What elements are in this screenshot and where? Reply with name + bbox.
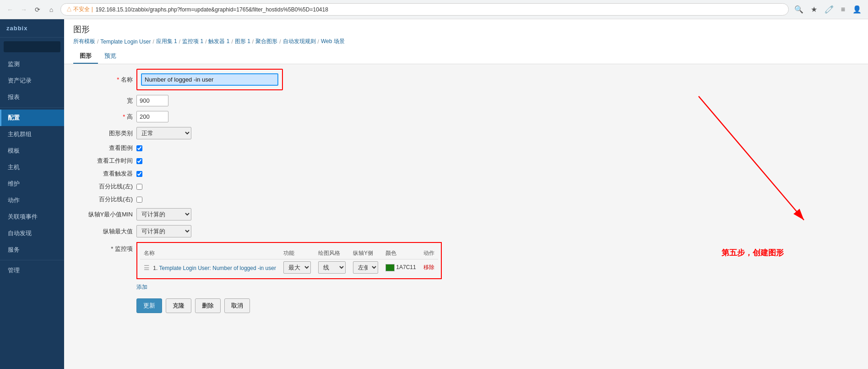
item-name-link[interactable]: Template Login User: Number of logged -i… xyxy=(159,265,276,271)
percent-right-checkbox[interactable] xyxy=(136,197,142,203)
percent-left-label: 百分比线(左) xyxy=(73,182,133,191)
back-button[interactable]: ← xyxy=(5,4,16,15)
ymin-row: 纵轴Y最小值MIN 可计算的 xyxy=(73,208,859,220)
sidebar-item-hosts[interactable]: 主机 xyxy=(0,159,64,176)
tab-graph[interactable]: 图形 xyxy=(73,49,98,64)
graph-type-select[interactable]: 正常 xyxy=(136,127,191,139)
name-row: 名称 xyxy=(73,69,859,90)
breadcrumb-all-templates[interactable]: 所有模板 xyxy=(73,38,95,45)
ymax-label: 纵轴最大值 xyxy=(73,227,133,236)
sidebar-item-templates[interactable]: 模板 xyxy=(0,143,64,159)
url-text: 192.168.15.10/zabbix/graphs.php?form=upd… xyxy=(96,6,328,13)
app-layout: zabbix 监测 资产记录 报表 配置 主机群组 模板 主机 维护 动作 xyxy=(0,19,868,369)
row-function: 最大 xyxy=(280,259,315,276)
security-warning: △ 不安全 | xyxy=(66,6,93,13)
breadcrumb-web[interactable]: Web 场景 xyxy=(321,38,345,45)
tab-preview[interactable]: 预览 xyxy=(98,49,123,64)
sidebar-item-services[interactable]: 服务 xyxy=(0,242,64,258)
sidebar-item-hostgroups[interactable]: 主机群组 xyxy=(0,126,64,143)
profile-icon[interactable]: 👤 xyxy=(851,3,863,16)
home-button[interactable]: ⌂ xyxy=(46,4,57,15)
tabs: 图形 预览 xyxy=(73,49,859,64)
row-draw-style: 线 xyxy=(315,259,349,276)
col-header-name: 名称 xyxy=(140,248,280,259)
table-row: ☰ 1. Template Login User: Number of logg… xyxy=(140,259,438,276)
col-header-color: 颜色 xyxy=(382,248,420,259)
sidebar-item-monitor[interactable]: 监测 xyxy=(0,56,64,72)
show-worktime-row: 查看工作时间 xyxy=(73,157,859,165)
add-link[interactable]: 添加 xyxy=(136,283,442,291)
breadcrumb-monitors[interactable]: 监控项 1 xyxy=(182,38,203,45)
show-triggers-label: 查看触发器 xyxy=(73,170,133,178)
sidebar-separator-2 xyxy=(0,260,64,260)
page-title: 图形 xyxy=(73,24,859,35)
breadcrumb-sep5: / xyxy=(231,39,233,45)
sidebar-item-reports[interactable]: 报表 xyxy=(0,89,64,105)
color-swatch[interactable] xyxy=(385,264,395,271)
update-button[interactable]: 更新 xyxy=(136,298,162,313)
row-color: 1A7C11 xyxy=(382,259,420,276)
breadcrumb-combined[interactable]: 聚合图形 xyxy=(255,38,277,45)
col-header-action: 动作 xyxy=(420,248,438,259)
ymax-row: 纵轴最大值 可计算的 xyxy=(73,225,859,237)
draw-style-select[interactable]: 线 xyxy=(318,261,346,274)
button-row: 更新 克隆 删除 取消 xyxy=(136,298,859,313)
show-legend-checkbox[interactable] xyxy=(136,145,142,151)
sidebar-separator-1 xyxy=(0,107,64,108)
sidebar-item-config[interactable]: 配置 xyxy=(0,110,64,126)
breadcrumb-triggers[interactable]: 触发器 1 xyxy=(208,38,229,45)
form-wrapper: 名称 宽 高 图形类别 xyxy=(64,64,868,318)
sidebar-brand: zabbix xyxy=(0,19,64,38)
sidebar-item-actions[interactable]: 动作 xyxy=(0,192,64,209)
monitoring-highlight-box: 名称 功能 绘图风格 纵轴Y侧 颜色 动作 xyxy=(136,242,442,279)
breadcrumb-sep4: / xyxy=(205,39,206,45)
ymin-select[interactable]: 可计算的 xyxy=(136,208,191,220)
sidebar-item-assets[interactable]: 资产记录 xyxy=(0,72,64,89)
height-input[interactable] xyxy=(136,111,168,122)
y-axis-select[interactable]: 左侧 xyxy=(353,261,378,274)
percent-left-checkbox[interactable] xyxy=(136,184,142,190)
reload-button[interactable]: ⟳ xyxy=(32,4,43,15)
page-header: 图形 所有模板 / Template Login User / 应用集 1 / … xyxy=(64,19,868,64)
bookmark-icon[interactable]: ★ xyxy=(809,3,819,16)
col-header-y-axis: 纵轴Y侧 xyxy=(349,248,382,259)
color-value: 1A7C11 xyxy=(396,264,416,270)
sidebar-item-maintenance[interactable]: 维护 xyxy=(0,176,64,192)
remove-link[interactable]: 移除 xyxy=(423,264,434,270)
cancel-button[interactable]: 取消 xyxy=(224,298,250,313)
height-row: 高 xyxy=(73,111,859,122)
extensions-icon[interactable]: 🧷 xyxy=(823,3,835,16)
sidebar-search[interactable] xyxy=(4,41,60,52)
show-triggers-checkbox[interactable] xyxy=(136,171,142,177)
name-label: 名称 xyxy=(73,76,133,84)
sidebar-item-admin[interactable]: 管理 xyxy=(0,262,64,279)
show-worktime-checkbox[interactable] xyxy=(136,158,142,164)
main-content: 图形 所有模板 / Template Login User / 应用集 1 / … xyxy=(64,19,868,369)
graph-type-row: 图形类别 正常 xyxy=(73,127,859,139)
delete-button[interactable]: 删除 xyxy=(195,298,221,313)
menu-icon[interactable]: ≡ xyxy=(839,4,847,16)
drag-handle-icon[interactable]: ☰ xyxy=(144,264,150,271)
function-select[interactable]: 最大 xyxy=(283,261,311,274)
sidebar: zabbix 监测 资产记录 报表 配置 主机群组 模板 主机 维护 动作 xyxy=(0,19,64,369)
width-input[interactable] xyxy=(136,95,168,106)
address-bar[interactable]: △ 不安全 | 192.168.15.10/zabbix/graphs.php?… xyxy=(60,3,789,16)
percent-left-row: 百分比线(左) xyxy=(73,182,859,191)
name-input[interactable] xyxy=(141,73,278,86)
sidebar-item-discovery[interactable]: 自动发现 xyxy=(0,225,64,242)
height-label: 高 xyxy=(73,113,133,121)
forward-button[interactable]: → xyxy=(18,4,29,15)
breadcrumb-graphs[interactable]: 图形 1 xyxy=(235,38,250,45)
search-icon[interactable]: 🔍 xyxy=(792,3,805,16)
width-label: 宽 xyxy=(73,97,133,105)
ymax-select[interactable]: 可计算的 xyxy=(136,225,191,237)
breadcrumb-app-sets[interactable]: 应用集 1 xyxy=(156,38,177,45)
breadcrumb-auto-discovery[interactable]: 自动发现规则 xyxy=(283,38,316,45)
row-num: 1. xyxy=(153,265,157,271)
ymin-label: 纵轴Y最小值MIN xyxy=(73,210,133,219)
browser-actions: 🔍 ★ 🧷 ≡ 👤 xyxy=(792,3,863,16)
clone-button[interactable]: 克隆 xyxy=(166,298,191,313)
breadcrumb-sep1: / xyxy=(97,39,98,45)
breadcrumb-template[interactable]: Template Login User xyxy=(100,39,151,45)
sidebar-item-correlations[interactable]: 关联项事件 xyxy=(0,209,64,225)
